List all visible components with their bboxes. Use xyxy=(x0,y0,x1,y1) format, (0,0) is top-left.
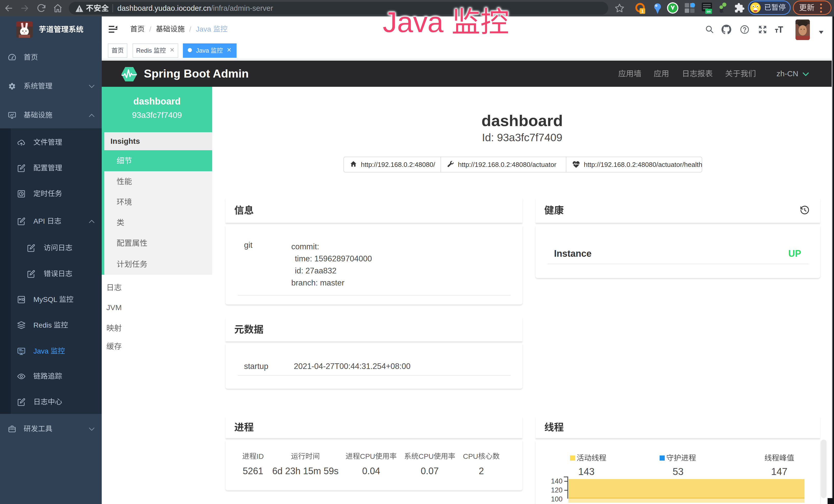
svg-text:1: 1 xyxy=(641,9,643,14)
svg-text:on: on xyxy=(707,9,711,13)
